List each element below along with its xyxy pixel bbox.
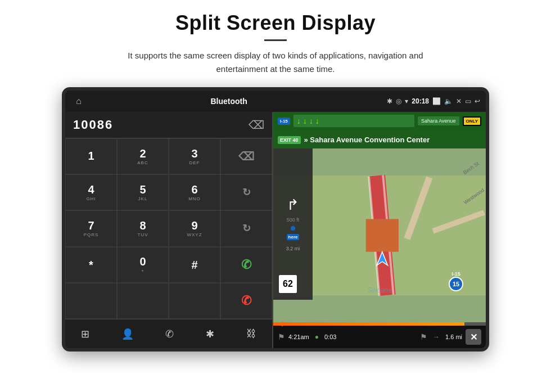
start-indicator: ●	[315, 333, 319, 341]
only-badge: ONLY	[463, 116, 482, 126]
phone-nav-icon[interactable]: ✆	[165, 328, 174, 340]
dir-distance: 500 ft	[287, 217, 300, 223]
page-subtitle: It supports the same screen display of t…	[101, 49, 450, 76]
dial-key-4[interactable]: 4 GHI	[65, 174, 117, 210]
turn-right-icon: ↱	[287, 196, 299, 214]
nav-close-button[interactable]: ✕	[466, 329, 481, 345]
contacts-icon[interactable]: 👤	[121, 328, 134, 340]
dialer-number: 10086	[73, 118, 113, 132]
here-dot	[291, 226, 295, 231]
dial-key-8[interactable]: 8 TUV	[117, 210, 169, 246]
interstate-number: 15	[449, 277, 463, 291]
arrow-down-4: ↓	[315, 116, 319, 125]
dial-key-0[interactable]: 0 +	[117, 247, 169, 283]
dial-key-5[interactable]: 5 JKL	[117, 174, 169, 210]
arrow-down-3: ↓	[309, 116, 313, 125]
status-right: ✱ ◎ ▾ 20:18 ⬜ 🔈 ✕ ▭ ↩	[387, 97, 480, 105]
dial-key-2[interactable]: 2 ABC	[117, 138, 169, 174]
nav-panel: I-15 ↓ ↓ ↓ ↓ Sahara Avenue ONLY	[273, 112, 486, 348]
dial-key-hash[interactable]: #	[169, 247, 220, 283]
dial-key-sync2[interactable]: ↻	[220, 210, 272, 246]
end-indicator: →	[433, 333, 440, 341]
dialer-panel: 10086 ⌫ 1 2 ABC 3 DEF	[65, 112, 273, 348]
interstate-shield-container: I-15 15	[449, 271, 463, 291]
backspace-button[interactable]: ⌫	[249, 118, 264, 132]
svg-rect-6	[366, 219, 399, 251]
nav-time: 4:21am	[288, 334, 309, 340]
dial-key-call-green[interactable]: ✆	[220, 247, 272, 283]
progress-bar-container: ▶	[273, 322, 486, 326]
apps-icon[interactable]: ⊞	[81, 328, 89, 340]
interstate-label: I-15	[451, 271, 460, 277]
flag-start-icon: ⚑	[278, 332, 285, 341]
flag-end-icon: ⚑	[420, 332, 427, 341]
dial-key-empty3	[169, 283, 220, 319]
map-area: ↱ 500 ft here 3.2 mi 62 I-15 15 Birch	[273, 148, 486, 322]
dialer-display: 10086 ⌫	[65, 112, 272, 138]
dial-key-call-red[interactable]: ✆	[220, 283, 272, 319]
camera-icon: ⬜	[432, 97, 441, 105]
dial-key-backspace[interactable]: ⌫	[220, 138, 272, 174]
nav-dist: 1.6 mi	[445, 334, 462, 340]
dial-key-1[interactable]: 1	[65, 138, 117, 174]
dir-mi: 3.2 mi	[286, 246, 300, 251]
dialer-nav: ⊞ 👤 ✆ ✱ ⛓	[65, 319, 272, 348]
dial-key-sync[interactable]: ↻	[220, 174, 272, 210]
dial-key-empty2	[117, 283, 169, 319]
dial-key-7[interactable]: 7 PQRS	[65, 210, 117, 246]
wifi-icon: ▾	[405, 97, 408, 105]
exit-text: » Sahara Avenue Convention Center	[304, 136, 430, 145]
nav-bottom-bar: ⚑ 4:21am ● 0:03 ⚑ → 1.6 mi ✕	[273, 326, 486, 348]
sahara-label: Sahara Avenue	[421, 118, 455, 124]
progress-dot: ▶	[282, 319, 287, 327]
dial-key-star[interactable]: *	[65, 247, 117, 283]
arrow-down-1: ↓	[297, 116, 301, 125]
exit-sign: EXIT 40 » Sahara Avenue Convention Cente…	[273, 132, 486, 148]
arrow-down-2: ↓	[303, 116, 307, 125]
page-title: Split Screen Display	[175, 11, 376, 35]
dial-key-6[interactable]: 6 MNO	[169, 174, 220, 210]
volume-icon: 🔈	[444, 97, 453, 105]
progress-bar-fill	[273, 322, 464, 326]
title-divider	[264, 39, 287, 41]
nav-duration: 0:03	[324, 334, 417, 340]
dial-key-3[interactable]: 3 DEF	[169, 138, 220, 174]
nav-road-banner: I-15 ↓ ↓ ↓ ↓ Sahara Avenue ONLY	[278, 115, 481, 127]
dial-key-empty1	[65, 283, 117, 319]
exit-badge: EXIT 40	[278, 136, 301, 144]
bluetooth-icon: ✱	[387, 97, 392, 105]
back-icon[interactable]: ↩	[475, 97, 480, 105]
status-time: 20:18	[412, 97, 429, 105]
location-icon: ◎	[396, 97, 401, 105]
watermark: Seicane	[367, 286, 391, 294]
interstate-badge: I-15	[278, 118, 290, 125]
status-title: Bluetooth	[71, 97, 387, 106]
split-area: 10086 ⌫ 1 2 ABC 3 DEF	[65, 112, 486, 348]
window-icon[interactable]: ▭	[465, 97, 471, 105]
dial-key-9[interactable]: 9 WXYZ	[169, 210, 220, 246]
here-logo: here	[287, 234, 300, 240]
link-icon[interactable]: ⛓	[246, 328, 256, 340]
close-icon[interactable]: ✕	[456, 97, 462, 105]
bluetooth-nav-icon[interactable]: ✱	[206, 328, 214, 340]
status-bar: ⌂ Bluetooth ✱ ◎ ▾ 20:18 ⬜ 🔈 ✕ ▭ ↩	[65, 91, 486, 112]
dialer-grid: 1 2 ABC 3 DEF ⌫	[65, 138, 272, 319]
device-frame: ⌂ Bluetooth ✱ ◎ ▾ 20:18 ⬜ 🔈 ✕ ▭ ↩ 10086 …	[62, 87, 489, 352]
nav-top: I-15 ↓ ↓ ↓ ↓ Sahara Avenue ONLY	[273, 112, 486, 132]
speed-box: 62	[278, 274, 298, 294]
